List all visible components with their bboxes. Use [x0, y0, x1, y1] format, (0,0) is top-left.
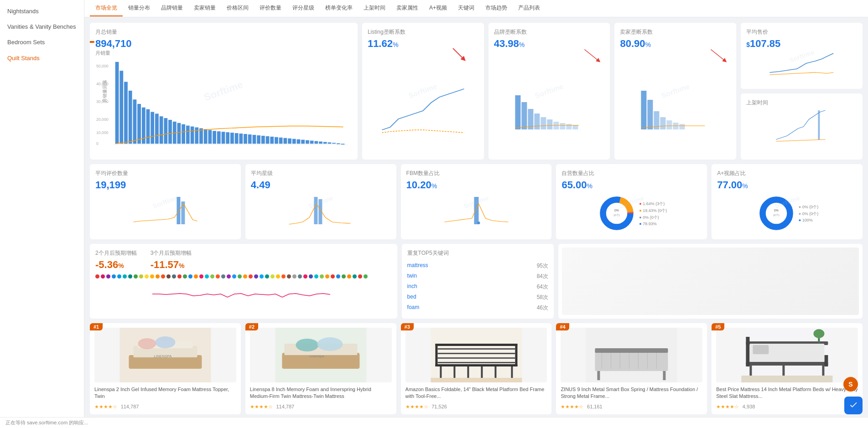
monthly-sales-value: 894,710 [95, 38, 352, 50]
svg-text:Linenspa: Linenspa [309, 354, 324, 358]
arrow-brand-icon [580, 48, 603, 62]
keyword-foam[interactable]: foam [407, 304, 420, 312]
keyword-twin[interactable]: twin [407, 273, 417, 280]
tab-seller-sales[interactable]: 卖家销量 [188, 0, 221, 16]
brand-gini-chart [494, 86, 605, 132]
chart-y-label: 月销量回落 [102, 80, 108, 103]
sidebar: Nightstands Vanities & Vanity Benches Be… [0, 0, 84, 428]
avg-stars-value: 4.49 [251, 179, 391, 191]
avg-reviews-chart [95, 195, 235, 227]
keywords-card: 重复TOP5关键词 mattress 95次 twin 84次 [402, 244, 554, 319]
tab-brand-sales[interactable]: 品牌销量 [156, 0, 188, 16]
launch-time-label: 上架时间 [746, 99, 857, 107]
svg-rect-53 [323, 142, 327, 144]
svg-rect-51 [314, 141, 318, 144]
sidebar-item-nightstands[interactable]: Nightstands [0, 4, 84, 19]
svg-rect-121 [431, 378, 522, 382]
keyword-bed[interactable]: bed [407, 294, 416, 301]
svg-text:50,000: 50,000 [96, 64, 109, 68]
tab-aplus-video[interactable]: A+视频 [424, 0, 452, 16]
svg-rect-60 [521, 102, 527, 129]
seller-gini-chart [620, 86, 731, 132]
fbm-value: 10.20% [406, 179, 546, 191]
fbm-card: Sorftime FBM数量占比 10.20% [401, 164, 552, 239]
svg-rect-64 [547, 119, 552, 129]
svg-rect-113 [467, 366, 469, 378]
float-action-button[interactable] [844, 397, 863, 414]
products-grid: #1 LINENSPA [90, 323, 863, 414]
pred-2m-label: 2个月后预期增幅 [95, 249, 137, 257]
svg-text:0%: 0% [774, 209, 779, 212]
svg-point-97 [138, 338, 156, 349]
svg-point-82 [477, 222, 480, 224]
keyword-twin-count: 84次 [537, 273, 548, 280]
pred-3m-value: -11.57% [151, 259, 192, 271]
listing-gini-label: Listing垄断系数 [368, 28, 478, 36]
svg-text:0%: 0% [614, 209, 619, 212]
svg-rect-39 [261, 136, 265, 144]
svg-rect-143 [750, 366, 752, 376]
keyword-mattress[interactable]: mattress [407, 262, 428, 270]
product-img-5 [716, 328, 858, 382]
svg-text:20,000: 20,000 [96, 117, 109, 122]
extra-space-card [558, 244, 863, 319]
product-reviews-1: 114,787 [121, 404, 139, 409]
product-stars-2: ★★★★☆ [250, 404, 273, 409]
svg-rect-75 [680, 124, 685, 129]
keyword-inch[interactable]: inch [407, 283, 417, 291]
svg-rect-124 [595, 348, 668, 353]
tab-keywords[interactable]: 天键词 [452, 0, 480, 16]
tab-product-list[interactable]: 产品列表 [513, 0, 546, 16]
listing-gini-card: Sorftime Listing垄断系数 11.62% [362, 23, 484, 160]
svg-rect-114 [481, 366, 483, 378]
svg-rect-18 [168, 120, 172, 144]
avg-price-value: $107.85 [746, 38, 857, 50]
keyword-row-4: bed 58次 [407, 292, 548, 303]
seller-gini-label: 卖家垄断系数 [620, 28, 731, 36]
svg-rect-13 [146, 109, 150, 144]
svg-rect-73 [667, 120, 672, 129]
svg-rect-135 [746, 362, 828, 366]
product-img-2: Linenspa [250, 328, 392, 382]
svg-rect-81 [474, 197, 478, 224]
predictions-card: 2个月后预期增幅 -5.36% 3个月后预期增幅 -11.57% [90, 244, 397, 319]
tab-review-count[interactable]: 评价数量 [254, 0, 287, 16]
svg-rect-45 [288, 139, 291, 144]
svg-rect-38 [257, 135, 260, 144]
svg-rect-107 [435, 364, 517, 366]
svg-rect-137 [746, 337, 750, 366]
sidebar-item-bedroom-sets[interactable]: Bedroom Sets [0, 35, 84, 50]
svg-rect-144 [822, 366, 825, 376]
svg-rect-63 [541, 117, 546, 129]
tab-launch-time[interactable]: 上架时间 [358, 0, 391, 16]
product-card-2: #2 Linenspa Linenspa 8 Inch Mem [245, 323, 396, 414]
svg-rect-29 [217, 131, 221, 144]
svg-rect-54 [328, 142, 332, 144]
tab-rank-change[interactable]: 榜单变化率 [320, 0, 358, 16]
sidebar-item-quilt-stands[interactable]: Quilt Stands [0, 51, 84, 66]
dots-row [95, 274, 392, 278]
fbm-label: FBM数量占比 [406, 170, 546, 177]
sidebar-item-vanities[interactable]: Vanities & Vanity Benches [0, 19, 84, 35]
keyword-foam-count: 46次 [537, 304, 548, 312]
tab-star-rating[interactable]: 评分星级 [287, 0, 320, 16]
svg-rect-118 [437, 353, 515, 354]
svg-rect-117 [437, 348, 515, 350]
status-text: 正在等待 save.sorftime.com 的响应... [5, 420, 88, 425]
avg-price-chart [746, 50, 857, 77]
svg-rect-70 [648, 100, 653, 129]
svg-rect-116 [511, 366, 513, 378]
tab-price-range[interactable]: 价格区间 [221, 0, 254, 16]
tab-sales-dist[interactable]: 销量分布 [123, 0, 156, 16]
monthly-sales-card: 新 月销量回落 月总销量 894,710 月销量 Sorftime 50,000… [90, 23, 358, 160]
tab-market-trend[interactable]: 市场趋势 [480, 0, 513, 16]
main-content: 市场全览 销量分布 品牌销量 卖家销量 价格区间 评价数量 评分星级 榜单变化率… [84, 0, 868, 428]
svg-rect-109 [435, 344, 437, 366]
keyword-row-2: twin 84次 [407, 271, 548, 282]
product-stars-1: ★★★★☆ [94, 404, 117, 409]
tab-market-overview[interactable]: 市场全览 [90, 0, 123, 16]
product-card-5: #5 S [712, 323, 863, 414]
svg-text:LINENSPA: LINENSPA [154, 354, 172, 358]
seller-gini-card: Sorftime 卖家垄断系数 80.90% [614, 23, 736, 160]
tab-seller-attr[interactable]: 卖家属性 [391, 0, 424, 16]
